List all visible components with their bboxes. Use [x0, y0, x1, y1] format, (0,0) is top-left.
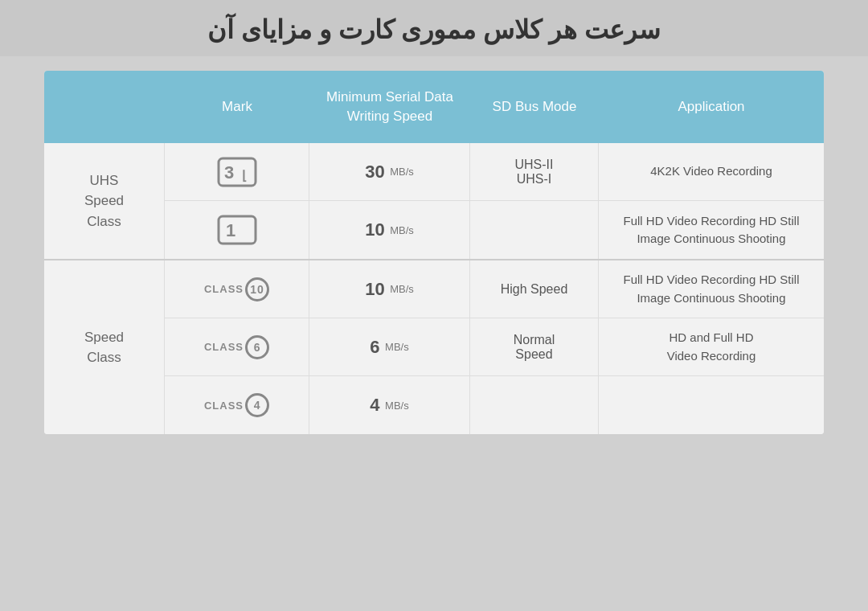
app-uhs1: Full HD Video Recording HD Still Image C…: [599, 201, 824, 259]
bus-mode-normal-speed: NormalSpeed: [470, 318, 599, 375]
table-row: CLASS 10 10 MB/s High Speed: [165, 260, 824, 318]
speed-value-class4: 4: [370, 395, 379, 416]
speed-class6: 6 MB/s: [309, 318, 470, 375]
app-uhs3: 4K2K Video Recording: [599, 143, 824, 200]
mark-class4: CLASS 4: [165, 376, 309, 434]
bus-mode-uhs: UHS-IIUHS-I: [470, 143, 599, 200]
group-label-uhs: UHSSpeedClass: [44, 143, 165, 259]
class6-circle: 6: [245, 335, 269, 359]
group-label-speed-class: SpeedClass: [44, 260, 165, 434]
group-speed-class: SpeedClass CLASS 10: [44, 260, 824, 434]
speed-uhs3: 30 MB/s: [309, 143, 470, 200]
class6-text: CLASS: [204, 341, 244, 353]
speed-class4: 4 MB/s: [309, 376, 470, 434]
bus-mode-class4-empty: [470, 376, 599, 434]
class6-icon: CLASS 6: [204, 335, 269, 359]
bus-mode-uhs-text: UHS-IIUHS-I: [515, 158, 554, 187]
speed-unit-class6: MB/s: [383, 341, 409, 353]
mark-uhs3: 3 ⌊: [165, 143, 309, 200]
table-row: CLASS 4 4 MB/s: [165, 376, 824, 434]
group-content-uhs: 3 ⌊ 30 MB/s UHS-IIUHS-I: [165, 143, 824, 259]
svg-text:1: 1: [226, 220, 235, 240]
bus-mode-high-speed: High Speed: [470, 260, 599, 318]
class10-text: CLASS: [204, 283, 244, 295]
app-class6-4: HD and Full HDVideo Recording: [599, 318, 824, 375]
table-body: UHSSpeedClass 3 ⌊: [44, 143, 824, 434]
speed-unit-uhs1: MB/s: [387, 224, 414, 236]
table-container: Mark Minimum Serial Data Writing Speed S…: [44, 71, 824, 434]
speed-value-class6: 6: [370, 337, 379, 358]
header-col3: Minimum Serial Data Writing Speed: [309, 80, 470, 134]
speed-uhs1: 10 MB/s: [309, 201, 470, 259]
mark-class10: CLASS 10: [165, 260, 309, 318]
uhs1-icon: 1: [216, 214, 258, 246]
speed-unit-class10: MB/s: [387, 283, 414, 295]
class10-icon: CLASS 10: [204, 277, 269, 301]
header-col2: Mark: [165, 89, 309, 125]
speed-value-uhs3: 30: [365, 162, 384, 182]
speed-value-class10: 10: [365, 279, 384, 300]
uhs3-icon: 3 ⌊: [216, 156, 258, 188]
title-bar: سرعت هر کلاس مموری کارت و مزایای آن: [0, 0, 868, 56]
svg-text:⌊: ⌊: [242, 169, 247, 182]
class10-circle: 10: [245, 277, 269, 301]
speed-unit-class4: MB/s: [383, 400, 409, 412]
svg-text:3: 3: [224, 162, 234, 182]
app-class10: Full HD Video Recording HD Still Image C…: [599, 260, 824, 318]
table-row: 1 10 MB/s Full HD Video Recording HD S: [165, 201, 824, 259]
class4-icon: CLASS 4: [204, 393, 269, 417]
group-content-speed-class: CLASS 10 10 MB/s High Speed: [165, 260, 824, 434]
group-uhs: UHSSpeedClass 3 ⌊: [44, 143, 824, 259]
class4-text: CLASS: [204, 400, 244, 412]
header-col1: [44, 99, 165, 115]
app-class4-empty: [599, 376, 824, 434]
speed-unit-uhs3: MB/s: [387, 166, 414, 178]
speed-class10: 10 MB/s: [309, 260, 470, 318]
bus-mode-uhs-empty: [470, 201, 599, 259]
class4-circle: 4: [245, 393, 269, 417]
table-header: Mark Minimum Serial Data Writing Speed S…: [44, 71, 824, 143]
table-row: 3 ⌊ 30 MB/s UHS-IIUHS-I: [165, 143, 824, 201]
mark-uhs1: 1: [165, 201, 309, 259]
header-col4: SD Bus Mode: [470, 89, 599, 125]
speed-value-uhs1: 10: [365, 219, 384, 240]
mark-class6: CLASS 6: [165, 318, 309, 375]
svg-rect-3: [219, 216, 256, 244]
table-row: CLASS 6 6 MB/s NormalSpeed: [165, 318, 824, 376]
page-title: سرعت هر کلاس مموری کارت و مزایای آن: [207, 15, 661, 44]
header-col5: Application: [599, 89, 824, 125]
page-wrapper: سرعت هر کلاس مموری کارت و مزایای آن Mark…: [0, 0, 868, 611]
